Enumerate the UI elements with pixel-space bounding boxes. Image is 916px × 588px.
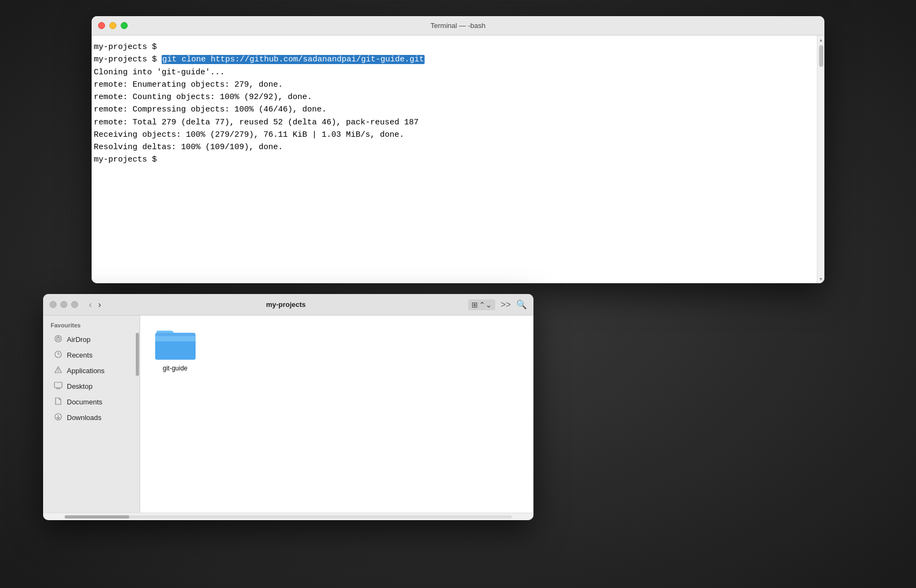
traffic-lights <box>98 22 128 29</box>
finder-sidebar: Favourites AirDrop <box>43 316 140 513</box>
svg-rect-17 <box>155 336 196 341</box>
back-button[interactable]: ‹ <box>87 300 94 309</box>
applications-label: Applications <box>67 367 105 375</box>
terminal-line-7: remote: Total 279 (delta 77), reused 52 … <box>94 116 813 129</box>
svg-point-8 <box>58 368 59 369</box>
sidebar-item-applications[interactable]: Applications <box>46 363 132 379</box>
terminal-line-8: Receiving objects: 100% (279/279), 76.11… <box>94 129 813 141</box>
scroll-up-arrow[interactable]: ▲ <box>818 37 824 43</box>
bottom-scrollbar-thumb[interactable] <box>65 515 129 519</box>
close-button[interactable] <box>98 22 105 29</box>
sidebar-inner: Favourites AirDrop <box>43 322 135 506</box>
airdrop-label: AirDrop <box>67 335 91 344</box>
sidebar-item-downloads[interactable]: Downloads <box>46 410 132 425</box>
terminal-body[interactable]: my-projects $ my-projects $ git clone ht… <box>92 36 817 283</box>
terminal-window: Terminal — -bash my-projects $ my-projec… <box>92 16 824 283</box>
terminal-line-2: my-projects $ git clone https://github.c… <box>94 53 813 66</box>
maximize-button[interactable] <box>121 22 128 29</box>
finder-close-button[interactable] <box>50 301 57 308</box>
folder-name: git-guide <box>163 365 188 372</box>
scrollbar-thumb[interactable] <box>819 45 823 67</box>
grid-view-icon: ⊞ <box>471 300 478 309</box>
finder-bottom-scrollbar[interactable] <box>43 513 533 520</box>
sidebar-item-desktop[interactable]: Desktop <box>46 379 132 394</box>
finder-main[interactable]: git-guide <box>140 316 533 513</box>
sidebar-item-airdrop[interactable]: AirDrop <box>46 332 132 347</box>
search-button[interactable]: 🔍 <box>516 299 527 310</box>
highlighted-command: git clone https://github.com/sadanandpai… <box>162 55 425 64</box>
sidebar-scrollbar[interactable] <box>135 322 140 506</box>
finder-window: ‹ › my-projects ⊞ ⌃⌄ >> 🔍 Favourites <box>43 294 533 520</box>
scrollbar-track <box>817 43 824 276</box>
terminal-line-3: Cloning into 'git-guide'... <box>94 66 813 79</box>
view-chevron-icon: ⌃⌄ <box>479 300 492 309</box>
applications-icon <box>54 366 63 376</box>
sidebar-section-label: Favourites <box>43 322 135 332</box>
forward-button[interactable]: › <box>96 300 103 309</box>
terminal-scrollbar-area: my-projects $ my-projects $ git clone ht… <box>92 36 824 283</box>
bottom-scrollbar-track <box>65 515 512 519</box>
finder-minimize-button[interactable] <box>60 301 67 308</box>
minimize-button[interactable] <box>109 22 116 29</box>
sidebar-item-recents[interactable]: Recents <box>46 347 132 363</box>
view-toggle[interactable]: ⊞ ⌃⌄ <box>468 299 495 310</box>
finder-toolbar-right: ⊞ ⌃⌄ >> 🔍 <box>468 299 527 310</box>
terminal-line-5: remote: Counting objects: 100% (92/92), … <box>94 91 813 103</box>
airdrop-icon <box>54 334 63 345</box>
terminal-titlebar: Terminal — -bash <box>92 16 824 36</box>
folder-svg <box>155 326 196 361</box>
downloads-icon <box>54 412 63 423</box>
sidebar-scroll-thumb[interactable] <box>136 333 139 376</box>
recents-icon <box>54 350 63 360</box>
sidebar-item-documents[interactable]: Documents <box>46 394 132 410</box>
desktop-icon <box>54 381 63 391</box>
recents-label: Recents <box>67 351 93 359</box>
terminal-line-9: Resolving deltas: 100% (109/109), done. <box>94 141 813 153</box>
more-button[interactable]: >> <box>501 300 511 310</box>
terminal-scrollbar[interactable]: ▲ ▼ <box>817 36 824 283</box>
folder-item-git-guide[interactable]: git-guide <box>151 326 199 372</box>
documents-icon <box>54 397 63 407</box>
terminal-line-6: remote: Compressing objects: 100% (46/46… <box>94 103 813 116</box>
documents-label: Documents <box>67 398 102 406</box>
terminal-line-10: my-projects $ <box>94 153 813 166</box>
svg-rect-9 <box>54 382 62 388</box>
finder-content: Favourites AirDrop <box>43 316 533 513</box>
scroll-down-arrow[interactable]: ▼ <box>818 276 824 282</box>
downloads-label: Downloads <box>67 414 101 422</box>
terminal-line-1: my-projects $ <box>94 41 813 53</box>
finder-titlebar: ‹ › my-projects ⊞ ⌃⌄ >> 🔍 <box>43 294 533 316</box>
finder-traffic-lights <box>50 301 78 308</box>
terminal-line-4: remote: Enumerating objects: 279, done. <box>94 79 813 91</box>
finder-nav-buttons: ‹ › <box>87 300 103 309</box>
terminal-title: Terminal — -bash <box>431 22 485 30</box>
finder-maximize-button[interactable] <box>71 301 78 308</box>
finder-title: my-projects <box>108 300 464 309</box>
desktop-label: Desktop <box>67 382 93 390</box>
